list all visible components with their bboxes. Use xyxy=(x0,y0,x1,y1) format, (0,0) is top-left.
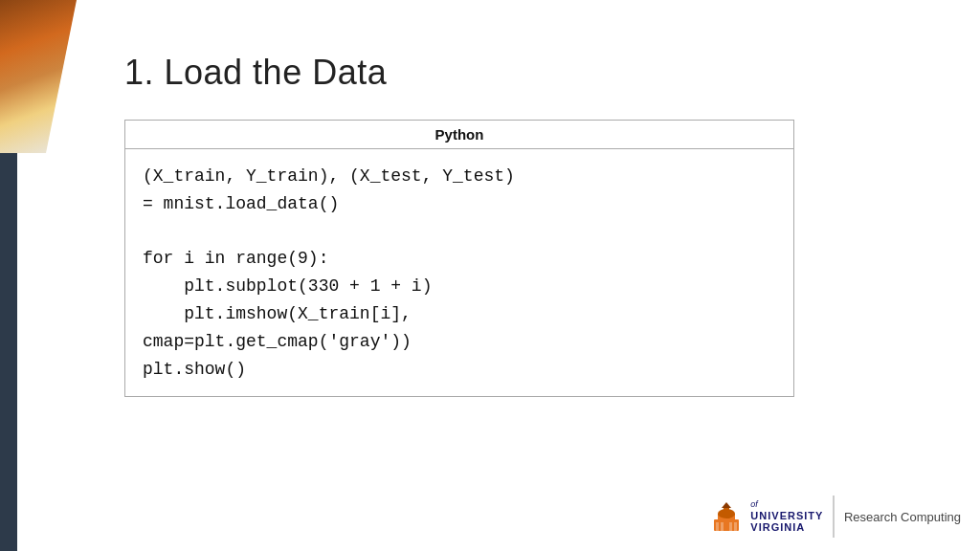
slide-title: 1. Load the Data xyxy=(124,53,961,93)
svg-rect-5 xyxy=(716,522,719,531)
main-content-area: 1. Load the Data Python (X_train, Y_trai… xyxy=(124,53,961,503)
svg-rect-6 xyxy=(721,522,724,531)
bottom-logo-area: of UNIVERSITY VIRGINIA Research Computin… xyxy=(708,496,961,538)
code-language-label: Python xyxy=(125,121,793,149)
uva-text-block: of UNIVERSITY VIRGINIA xyxy=(750,500,823,533)
code-content: (X_train, Y_train), (X_test, Y_test) = m… xyxy=(125,149,793,396)
uva-virginia-text: VIRGINIA xyxy=(750,521,823,533)
uva-logo: of UNIVERSITY VIRGINIA xyxy=(708,498,823,535)
uva-of-text: of xyxy=(750,500,823,510)
svg-rect-7 xyxy=(729,522,732,531)
uva-university-text: UNIVERSITY xyxy=(750,510,823,521)
uva-building-icon xyxy=(708,498,745,535)
svg-marker-4 xyxy=(722,502,731,508)
corner-accent-graphic xyxy=(0,0,96,153)
logo-divider xyxy=(833,496,835,538)
svg-rect-8 xyxy=(734,522,737,531)
code-block: Python (X_train, Y_train), (X_test, Y_te… xyxy=(124,120,794,397)
department-label: Research Computing xyxy=(844,510,961,524)
